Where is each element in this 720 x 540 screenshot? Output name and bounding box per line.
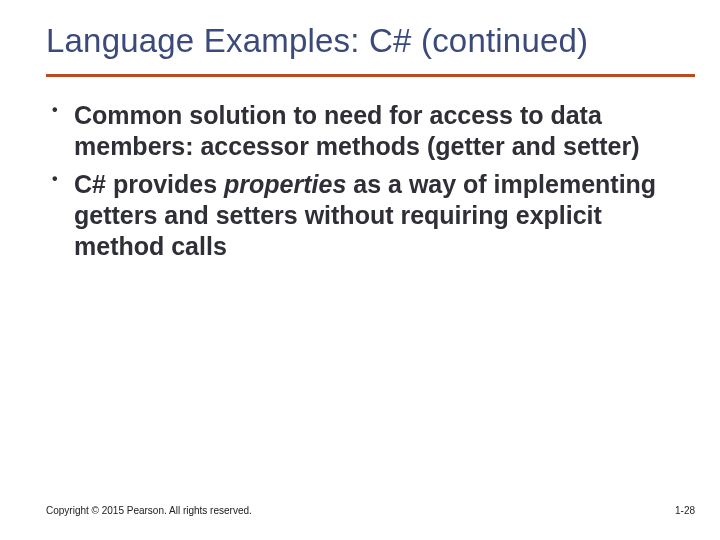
slide: Language Examples: C# (continued) Common… — [0, 0, 720, 540]
bullet-list: Common solution to need for access to da… — [46, 100, 682, 262]
slide-content: Common solution to need for access to da… — [46, 100, 682, 268]
bullet-item: Common solution to need for access to da… — [46, 100, 682, 163]
title-underline — [46, 74, 695, 77]
bullet-text-italic: properties — [224, 170, 346, 198]
page-number: 1-28 — [675, 505, 695, 516]
bullet-item: C# provides properties as a way of imple… — [46, 169, 682, 263]
slide-footer: Copyright © 2015 Pearson. All rights res… — [46, 505, 695, 516]
slide-title: Language Examples: C# (continued) — [46, 22, 698, 60]
copyright-text: Copyright © 2015 Pearson. All rights res… — [46, 505, 252, 516]
bullet-text-pre: Common solution to need for access to da… — [74, 101, 639, 160]
bullet-text-pre: C# provides — [74, 170, 224, 198]
